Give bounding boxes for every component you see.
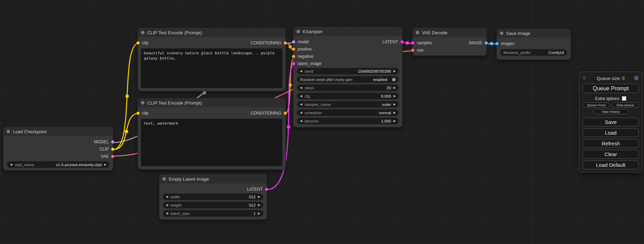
stepper-right-icon[interactable]: ▶ bbox=[394, 111, 396, 114]
node-empty-latent-image[interactable]: Empty Latent Image LATENT ◀ width 512 ▶ … bbox=[159, 174, 267, 219]
stepper-right-icon[interactable]: ▶ bbox=[258, 196, 260, 198]
extra-options-checkbox[interactable] bbox=[622, 96, 626, 101]
positive-input-dot[interactable] bbox=[292, 47, 295, 51]
node-title-bar[interactable]: KSampler bbox=[293, 27, 402, 36]
samples-input-dot[interactable] bbox=[411, 41, 414, 44]
collapse-dot-icon[interactable] bbox=[162, 177, 166, 181]
negative-prompt-textarea[interactable]: text, watermark bbox=[141, 119, 282, 166]
image-output-dot[interactable] bbox=[485, 41, 488, 44]
positive-prompt-textarea[interactable]: beautiful scenery nature glass bottle la… bbox=[141, 48, 282, 88]
node-clip-text-encode-negative[interactable]: CLIP Text Encode (Prompt) clip CONDITION… bbox=[138, 98, 285, 169]
vae-input-dot[interactable] bbox=[411, 48, 414, 52]
cfg-stepper-widget[interactable]: ◀ cfg 8.000 ▶ bbox=[297, 93, 399, 99]
stepper-right-icon[interactable]: ▶ bbox=[394, 87, 396, 89]
widget-value: 1.000 bbox=[381, 119, 391, 123]
input-slot-images: images bbox=[497, 40, 571, 47]
widget-label: denoise bbox=[305, 119, 318, 123]
node-ksampler[interactable]: KSampler model LATENT positive negative … bbox=[293, 27, 402, 127]
random-seed-toggle-widget[interactable]: Random seed after every gen enabled bbox=[297, 76, 399, 83]
slot-label: model bbox=[298, 39, 309, 44]
drag-handle-icon[interactable]: ⠿ bbox=[583, 76, 585, 81]
slot-label: LATENT bbox=[382, 39, 398, 44]
sampler-name-combo-widget[interactable]: ◀ sampler_name euler ▶ bbox=[297, 101, 399, 108]
width-stepper-widget[interactable]: ◀ width 512 ▶ bbox=[163, 193, 263, 200]
node-title-bar[interactable]: Save Image bbox=[497, 29, 571, 38]
node-save-image[interactable]: Save Image images filename_prefix ComfyU… bbox=[497, 29, 571, 60]
collapse-dot-icon[interactable] bbox=[297, 30, 300, 33]
images-input-dot[interactable] bbox=[495, 42, 499, 45]
stepper-left-icon[interactable]: ◀ bbox=[166, 204, 168, 207]
collapse-dot-icon[interactable] bbox=[7, 130, 10, 133]
model-output-dot[interactable] bbox=[111, 140, 114, 143]
vae-output-dot[interactable] bbox=[111, 155, 114, 158]
node-title-bar[interactable]: VAE Decode bbox=[413, 28, 486, 37]
node-title-bar[interactable]: Empty Latent Image bbox=[159, 174, 267, 183]
stepper-right-icon[interactable]: ▶ bbox=[104, 163, 106, 166]
model-input-dot[interactable] bbox=[292, 40, 295, 43]
stepper-left-icon[interactable]: ◀ bbox=[300, 70, 302, 73]
clear-button[interactable]: Clear bbox=[583, 150, 639, 159]
stepper-right-icon[interactable]: ▶ bbox=[394, 120, 396, 123]
widget-label: seed bbox=[305, 69, 313, 73]
stepper-right-icon[interactable]: ▶ bbox=[394, 70, 396, 73]
extra-options-label: Extra options bbox=[595, 96, 619, 101]
stepper-right-icon[interactable]: ▶ bbox=[258, 212, 260, 215]
scheduler-combo-widget[interactable]: ◀ scheduler normal ▶ bbox=[297, 109, 399, 116]
node-vae-decode[interactable]: VAE Decode samples IMAGE vae bbox=[413, 28, 486, 55]
collapse-dot-icon[interactable] bbox=[416, 31, 419, 34]
slot-row: clip CONDITIONING bbox=[138, 109, 285, 117]
negative-input-dot[interactable] bbox=[292, 55, 295, 58]
slot-row: clip CONDITIONING bbox=[138, 39, 285, 46]
node-load-checkpoint[interactable]: Load Checkpoint MODEL CLIP VAE ◀ ckpt_na… bbox=[3, 127, 113, 170]
stepper-left-icon[interactable]: ◀ bbox=[10, 163, 12, 166]
stepper-left-icon[interactable]: ◀ bbox=[166, 196, 168, 198]
toggle-on-dot[interactable] bbox=[392, 78, 396, 81]
clip-input-dot[interactable] bbox=[136, 111, 140, 115]
latent-output-dot[interactable] bbox=[265, 188, 268, 191]
save-button[interactable]: Save bbox=[583, 118, 639, 126]
stepper-left-icon[interactable]: ◀ bbox=[300, 95, 302, 98]
clip-input-dot[interactable] bbox=[136, 41, 140, 44]
node-title-bar[interactable]: Load Checkpoint bbox=[3, 127, 113, 136]
latent-output-dot[interactable] bbox=[400, 40, 404, 43]
widget-label: sampler_name bbox=[305, 102, 331, 107]
conditioning-output-dot[interactable] bbox=[284, 41, 287, 44]
stepper-right-icon[interactable]: ▶ bbox=[258, 204, 260, 207]
stepper-left-icon[interactable]: ◀ bbox=[300, 111, 302, 114]
batch-size-stepper-widget[interactable]: ◀ batch_size 1 ▶ bbox=[163, 210, 263, 217]
stepper-right-icon[interactable]: ▶ bbox=[394, 95, 396, 98]
node-title-bar[interactable]: CLIP Text Encode (Prompt) bbox=[138, 28, 285, 37]
stepper-left-icon[interactable]: ◀ bbox=[300, 103, 302, 106]
stepper-left-icon[interactable]: ◀ bbox=[300, 87, 302, 89]
slot-label: CONDITIONING bbox=[250, 40, 281, 45]
steps-stepper-widget[interactable]: ◀ steps 20 ▶ bbox=[297, 84, 399, 91]
settings-gear-icon[interactable]: ⚙ bbox=[634, 75, 639, 81]
input-slot-negative: negative bbox=[293, 53, 402, 60]
stepper-left-icon[interactable]: ◀ bbox=[166, 212, 168, 215]
latent-image-input-dot[interactable] bbox=[292, 62, 295, 65]
queue-prompt-button[interactable]: Queue Prompt bbox=[583, 84, 639, 93]
node-clip-text-encode-positive[interactable]: CLIP Text Encode (Prompt) clip CONDITION… bbox=[138, 28, 285, 91]
collapse-dot-icon[interactable] bbox=[141, 31, 144, 34]
load-default-button[interactable]: Load Default bbox=[583, 161, 639, 169]
queue-size-label: Queue size: 0 bbox=[588, 76, 634, 81]
collapse-dot-icon[interactable] bbox=[500, 31, 503, 35]
refresh-button[interactable]: Refresh bbox=[583, 139, 639, 148]
conditioning-output-dot[interactable] bbox=[284, 111, 287, 115]
height-stepper-widget[interactable]: ◀ height 512 ▶ bbox=[163, 202, 263, 208]
view-history-button[interactable]: View History bbox=[593, 109, 629, 114]
collapse-dot-icon[interactable] bbox=[141, 101, 144, 105]
stepper-left-icon[interactable]: ◀ bbox=[300, 120, 302, 123]
clip-output-dot[interactable] bbox=[111, 147, 114, 151]
load-button[interactable]: Load bbox=[583, 128, 639, 137]
queue-front-button[interactable]: Queue Front bbox=[583, 102, 610, 108]
ckpt-name-combo-widget[interactable]: ◀ ckpt_name v1-5-pruned-emaonly.ckpt ▶ bbox=[7, 161, 109, 168]
view-queue-button[interactable]: View Queue bbox=[612, 102, 639, 108]
node-graph-canvas[interactable]: Load Checkpoint MODEL CLIP VAE ◀ ckpt_na… bbox=[0, 0, 644, 244]
denoise-stepper-widget[interactable]: ◀ denoise 1.000 ▶ bbox=[297, 118, 399, 124]
node-title-bar[interactable]: CLIP Text Encode (Prompt) bbox=[138, 98, 285, 107]
filename-prefix-text-widget[interactable]: filename_prefix ComfyUI bbox=[500, 49, 567, 56]
link-midpoint-dot bbox=[125, 94, 129, 98]
seed-stepper-widget[interactable]: ◀ seed 156680208700286 ▶ bbox=[297, 68, 399, 74]
stepper-right-icon[interactable]: ▶ bbox=[394, 103, 396, 106]
